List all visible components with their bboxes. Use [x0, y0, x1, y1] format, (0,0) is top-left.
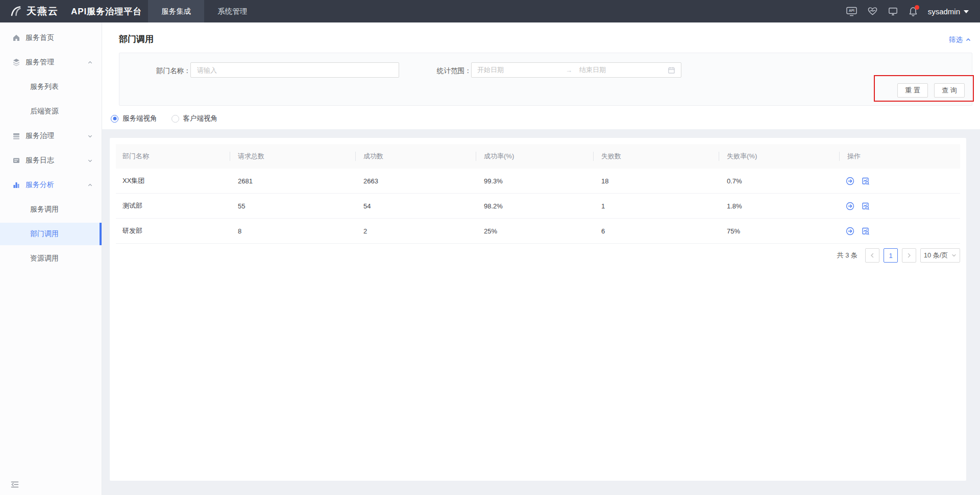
- col-total-requests: 请求总数: [230, 152, 355, 161]
- chevron-up-icon: [87, 60, 93, 65]
- dept-name-input[interactable]: [190, 62, 399, 78]
- sidebar-item-service-home[interactable]: 服务首页: [0, 27, 102, 49]
- arrow-circle-icon[interactable]: [846, 202, 854, 210]
- api-screen-icon[interactable]: API: [846, 6, 857, 16]
- chevron-down-icon: [951, 253, 957, 258]
- view-mode-radios: 服务端视角 客户端视角: [111, 114, 217, 123]
- sidebar-item-department-calls[interactable]: 部门调用: [0, 223, 102, 245]
- radio-client-view[interactable]: 客户端视角: [172, 114, 218, 123]
- stat-range-label: 统计范围：: [437, 66, 472, 76]
- filter-toggle[interactable]: 筛选: [949, 35, 971, 44]
- topbar-actions: API sysadmin: [846, 6, 969, 17]
- sidebar-item-service-calls[interactable]: 服务调用: [0, 198, 102, 221]
- topbar: 天燕云 API服务治理平台 服务集成 系统管理 API: [0, 0, 980, 22]
- radio-unselected-icon: [172, 115, 179, 123]
- sidebar-group-service-analysis[interactable]: 服务分析: [0, 174, 102, 196]
- col-fail-rate: 失败率(%): [719, 152, 839, 161]
- home-icon: [12, 34, 20, 42]
- sidebar-item-backend-resources[interactable]: 后端资源: [0, 100, 102, 123]
- col-actions: 操作: [839, 152, 960, 161]
- arrow-circle-icon[interactable]: [846, 177, 854, 185]
- dept-name-label: 部门名称：: [156, 66, 191, 76]
- chevron-down-icon: [87, 158, 93, 163]
- arrow-circle-icon[interactable]: [846, 227, 854, 235]
- username: sysadmin: [928, 7, 960, 16]
- chevron-down-icon: [87, 133, 93, 139]
- user-menu[interactable]: sysadmin: [928, 7, 969, 16]
- calendar-icon: [668, 66, 675, 74]
- start-date-placeholder: 开始日期: [477, 65, 504, 75]
- product-title: API服务治理平台: [71, 6, 142, 17]
- department-calls-table: 部门名称 请求总数 成功数 成功率(%) 失败数 失败率(%) 操作 XX集团 …: [116, 144, 960, 244]
- sidebar-group-service-logs[interactable]: 服务日志: [0, 149, 102, 172]
- main-content: 部门调用 筛选 部门名称： 统计范围： 开始日期 → 结束日期: [102, 22, 980, 495]
- radio-selected-icon: [111, 115, 118, 123]
- monitor-icon[interactable]: [888, 6, 898, 16]
- report-search-icon[interactable]: [861, 177, 870, 185]
- sidebar-group-service-management[interactable]: 服务管理: [0, 51, 102, 74]
- range-arrow-icon: →: [566, 66, 572, 74]
- table-card: 部门名称 请求总数 成功数 成功率(%) 失败数 失败率(%) 操作 XX集团 …: [110, 138, 966, 481]
- log-card-icon: [12, 156, 20, 164]
- chevron-up-icon: [87, 182, 93, 188]
- health-pulse-icon[interactable]: [867, 6, 878, 16]
- radio-server-view[interactable]: 服务端视角: [111, 114, 157, 123]
- table-row: 测试部 55 54 98.2% 1 1.8%: [116, 194, 960, 219]
- end-date-placeholder: 结束日期: [579, 65, 606, 75]
- table-header-row: 部门名称 请求总数 成功数 成功率(%) 失败数 失败率(%) 操作: [116, 144, 960, 169]
- filter-panel: 部门名称： 统计范围： 开始日期 → 结束日期 重 置 查 询: [119, 53, 972, 106]
- pagination-total: 共 3 条: [837, 251, 857, 260]
- col-success-count: 成功数: [355, 152, 476, 161]
- prev-page-button[interactable]: [865, 248, 879, 263]
- report-search-icon[interactable]: [861, 227, 870, 235]
- pagination: 共 3 条 1 10 条/页: [110, 248, 960, 263]
- table-row: XX集团 2681 2663 99.3% 18 0.7%: [116, 169, 960, 194]
- col-success-rate: 成功率(%): [476, 152, 593, 161]
- col-department-name: 部门名称: [116, 152, 230, 161]
- sidebar-group-service-governance[interactable]: 服务治理: [0, 125, 102, 147]
- table-row: 研发部 8 2 25% 6 75%: [116, 219, 960, 244]
- sidebar-item-resource-calls[interactable]: 资源调用: [0, 247, 102, 270]
- topbar-tabs: 服务集成 系统管理: [148, 0, 260, 22]
- query-button[interactable]: 查 询: [934, 83, 965, 98]
- date-range-picker[interactable]: 开始日期 → 结束日期: [471, 62, 681, 78]
- chevron-up-icon: [965, 37, 971, 43]
- brand-bird-icon: [9, 5, 22, 18]
- server-list-icon: [12, 132, 20, 140]
- sidebar-collapse-icon[interactable]: [10, 480, 19, 489]
- page-title: 部门调用: [119, 33, 154, 45]
- notification-bell-icon[interactable]: [908, 6, 918, 17]
- page-header-section: 部门调用 筛选 部门名称： 统计范围： 开始日期 → 结束日期: [102, 22, 980, 129]
- sidebar-menu: 服务首页 服务管理 服务列表 后端资源: [0, 22, 102, 270]
- col-fail-count: 失败数: [593, 152, 719, 161]
- brand-name: 天燕云: [27, 5, 59, 18]
- tab-system-management[interactable]: 系统管理: [204, 0, 260, 22]
- report-search-icon[interactable]: [861, 202, 870, 210]
- next-page-button[interactable]: [902, 248, 916, 263]
- sidebar-item-service-list[interactable]: 服务列表: [0, 76, 102, 98]
- reset-button[interactable]: 重 置: [897, 83, 928, 98]
- page-number-button[interactable]: 1: [884, 248, 898, 263]
- notification-badge: [915, 5, 919, 10]
- bar-chart-icon: [12, 181, 20, 189]
- layers-icon: [12, 58, 20, 66]
- page-size-select[interactable]: 10 条/页: [920, 248, 960, 263]
- caret-down-icon: [964, 10, 969, 13]
- sidebar: 服务首页 服务管理 服务列表 后端资源: [0, 22, 102, 495]
- logo: 天燕云: [9, 5, 59, 18]
- tab-service-integration[interactable]: 服务集成: [148, 0, 204, 22]
- svg-text:API: API: [849, 9, 854, 12]
